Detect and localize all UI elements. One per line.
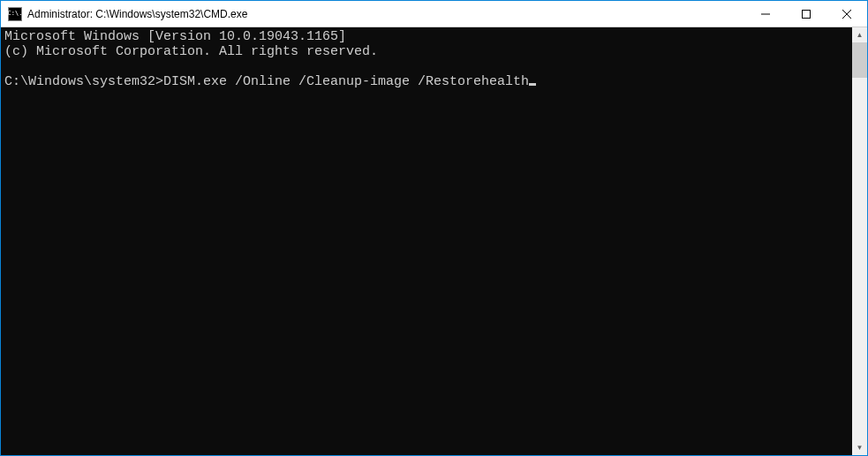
- maximize-icon: [802, 10, 811, 19]
- cmd-icon: C:\.: [8, 7, 22, 21]
- scroll-up-button[interactable]: ▲: [852, 27, 867, 42]
- close-icon: [842, 10, 851, 19]
- cursor: [529, 83, 536, 86]
- scroll-thumb[interactable]: [852, 42, 867, 78]
- version-line: Microsoft Windows [Version 10.0.19043.11…: [4, 29, 346, 44]
- window-controls: [745, 1, 867, 27]
- minimize-icon: [761, 10, 770, 19]
- scroll-down-button[interactable]: ▼: [852, 440, 867, 455]
- titlebar[interactable]: C:\. Administrator: C:\Windows\system32\…: [1, 1, 867, 27]
- chevron-down-icon: ▼: [857, 444, 864, 452]
- minimize-button[interactable]: [745, 1, 786, 27]
- chevron-up-icon: ▲: [857, 31, 864, 39]
- terminal-body[interactable]: Microsoft Windows [Version 10.0.19043.11…: [1, 27, 867, 455]
- terminal-output[interactable]: Microsoft Windows [Version 10.0.19043.11…: [1, 27, 852, 455]
- svg-rect-1: [803, 10, 811, 18]
- maximize-button[interactable]: [786, 1, 826, 27]
- vertical-scrollbar[interactable]: ▲ ▼: [852, 27, 867, 455]
- command-input[interactable]: DISM.exe /Online /Cleanup-image /Restore…: [163, 74, 529, 89]
- prompt: C:\Windows\system32>: [4, 74, 163, 89]
- cmd-window: C:\. Administrator: C:\Windows\system32\…: [0, 0, 868, 456]
- window-title: Administrator: C:\Windows\system32\CMD.e…: [27, 8, 745, 20]
- copyright-line: (c) Microsoft Corporation. All rights re…: [4, 44, 378, 59]
- close-button[interactable]: [826, 1, 867, 27]
